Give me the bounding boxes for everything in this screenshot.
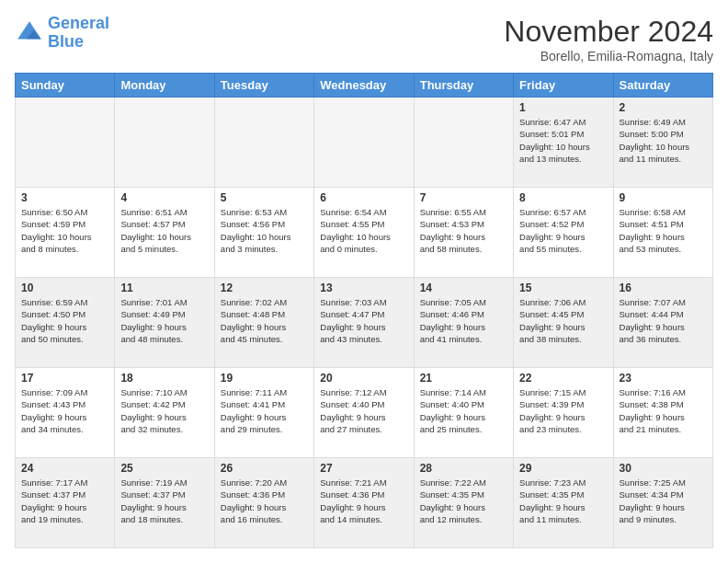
day-info: Sunrise: 7:22 AMSunset: 4:35 PMDaylight:… [420,477,507,525]
day-number: 9 [620,191,707,204]
day-info: Sunrise: 7:03 AMSunset: 4:47 PMDaylight:… [320,296,407,345]
week-row-4: 24Sunrise: 7:17 AMSunset: 4:37 PMDayligh… [16,458,713,548]
day-info: Sunrise: 7:25 AMSunset: 4:34 PMDaylight:… [620,477,707,525]
day-info: Sunrise: 7:01 AMSunset: 4:49 PMDaylight:… [120,296,208,345]
day-number: 3 [21,191,108,204]
day-number: 19 [221,372,308,385]
day-info: Sunrise: 7:07 AMSunset: 4:44 PMDaylight:… [620,296,707,345]
calendar-cell-4-5: 29Sunrise: 7:23 AMSunset: 4:35 PMDayligh… [514,458,613,548]
calendar-cell-3-0: 17Sunrise: 7:09 AMSunset: 4:43 PMDayligh… [16,368,115,458]
calendar-cell-1-2: 5Sunrise: 6:53 AMSunset: 4:56 PMDaylight… [214,188,313,278]
location-subtitle: Borello, Emilia-Romagna, Italy [504,49,713,63]
header-wednesday: Wednesday [314,74,414,98]
day-number: 11 [120,282,208,294]
day-info: Sunrise: 7:10 AMSunset: 4:42 PMDaylight:… [120,386,208,435]
calendar-cell-0-6: 2Sunrise: 6:49 AMSunset: 5:00 PMDaylight… [613,98,712,188]
day-number: 8 [519,191,607,204]
day-info: Sunrise: 7:16 AMSunset: 4:38 PMDaylight:… [620,386,707,435]
calendar-cell-3-2: 19Sunrise: 7:11 AMSunset: 4:41 PMDayligh… [214,368,313,458]
calendar-cell-3-5: 22Sunrise: 7:15 AMSunset: 4:39 PMDayligh… [514,368,613,458]
logo-text: General Blue [48,15,109,52]
header-saturday: Saturday [613,74,712,98]
header-thursday: Thursday [414,74,513,98]
day-number: 10 [21,282,108,294]
day-number: 22 [519,372,607,385]
day-info: Sunrise: 7:23 AMSunset: 4:35 PMDaylight:… [519,477,607,525]
day-number: 24 [21,462,108,475]
day-info: Sunrise: 6:55 AMSunset: 4:53 PMDaylight:… [420,206,507,255]
weekday-header-row: Sunday Monday Tuesday Wednesday Thursday… [16,74,713,98]
day-number: 15 [519,282,607,294]
day-number: 21 [420,372,507,385]
calendar-cell-2-5: 15Sunrise: 7:06 AMSunset: 4:45 PMDayligh… [514,278,613,368]
day-number: 2 [620,101,707,114]
day-number: 12 [221,282,308,294]
day-info: Sunrise: 7:09 AMSunset: 4:43 PMDaylight:… [21,386,108,435]
calendar-cell-0-5: 1Sunrise: 6:47 AMSunset: 5:01 PMDaylight… [514,98,613,188]
header-tuesday: Tuesday [214,74,313,98]
week-row-3: 17Sunrise: 7:09 AMSunset: 4:43 PMDayligh… [16,368,713,458]
day-number: 13 [320,282,407,294]
calendar-cell-2-0: 10Sunrise: 6:59 AMSunset: 4:50 PMDayligh… [16,278,115,368]
header-friday: Friday [514,74,613,98]
calendar-cell-3-3: 20Sunrise: 7:12 AMSunset: 4:40 PMDayligh… [314,368,414,458]
day-number: 14 [420,282,507,294]
day-info: Sunrise: 7:21 AMSunset: 4:36 PMDaylight:… [320,477,407,525]
day-info: Sunrise: 7:20 AMSunset: 4:36 PMDaylight:… [221,477,308,525]
day-number: 4 [120,191,208,204]
calendar-cell-2-1: 11Sunrise: 7:01 AMSunset: 4:49 PMDayligh… [115,278,214,368]
day-number: 1 [519,101,607,114]
calendar-cell-0-4 [414,98,513,188]
title-block: November 2024 Borello, Emilia-Romagna, I… [504,15,713,63]
day-info: Sunrise: 6:57 AMSunset: 4:52 PMDaylight:… [519,206,607,255]
week-row-1: 3Sunrise: 6:50 AMSunset: 4:59 PMDaylight… [16,188,713,278]
calendar-cell-0-2 [214,98,313,188]
day-number: 6 [320,191,407,204]
logo-icon [15,18,44,48]
day-info: Sunrise: 7:19 AMSunset: 4:37 PMDaylight:… [120,477,208,525]
calendar-cell-4-3: 27Sunrise: 7:21 AMSunset: 4:36 PMDayligh… [314,458,414,548]
calendar-cell-3-4: 21Sunrise: 7:14 AMSunset: 4:40 PMDayligh… [414,368,513,458]
day-number: 27 [320,462,407,475]
day-info: Sunrise: 7:02 AMSunset: 4:48 PMDaylight:… [221,296,308,345]
day-info: Sunrise: 6:51 AMSunset: 4:57 PMDaylight:… [120,206,208,255]
calendar-cell-2-4: 14Sunrise: 7:05 AMSunset: 4:46 PMDayligh… [414,278,513,368]
calendar-cell-0-3 [314,98,414,188]
day-info: Sunrise: 7:15 AMSunset: 4:39 PMDaylight:… [519,386,607,435]
logo: General Blue [15,15,109,52]
calendar-cell-1-0: 3Sunrise: 6:50 AMSunset: 4:59 PMDaylight… [16,188,115,278]
calendar-cell-4-1: 25Sunrise: 7:19 AMSunset: 4:37 PMDayligh… [115,458,214,548]
page: General Blue November 2024 Borello, Emil… [0,0,728,563]
day-number: 20 [320,372,407,385]
day-info: Sunrise: 6:58 AMSunset: 4:51 PMDaylight:… [620,206,707,255]
calendar-cell-0-0 [16,98,115,188]
day-number: 23 [620,372,707,385]
day-info: Sunrise: 7:14 AMSunset: 4:40 PMDaylight:… [420,386,507,435]
day-info: Sunrise: 6:50 AMSunset: 4:59 PMDaylight:… [21,206,108,255]
day-info: Sunrise: 6:54 AMSunset: 4:55 PMDaylight:… [320,206,407,255]
month-title: November 2024 [504,15,713,49]
header-sunday: Sunday [16,74,115,98]
day-number: 29 [519,462,607,475]
day-info: Sunrise: 6:49 AMSunset: 5:00 PMDaylight:… [620,116,707,165]
day-info: Sunrise: 6:47 AMSunset: 5:01 PMDaylight:… [519,116,607,165]
calendar-cell-4-4: 28Sunrise: 7:22 AMSunset: 4:35 PMDayligh… [414,458,513,548]
calendar-cell-3-6: 23Sunrise: 7:16 AMSunset: 4:38 PMDayligh… [613,368,712,458]
day-number: 25 [120,462,208,475]
week-row-0: 1Sunrise: 6:47 AMSunset: 5:01 PMDaylight… [16,98,713,188]
calendar-table: Sunday Monday Tuesday Wednesday Thursday… [15,73,713,548]
calendar-cell-2-6: 16Sunrise: 7:07 AMSunset: 4:44 PMDayligh… [613,278,712,368]
week-row-2: 10Sunrise: 6:59 AMSunset: 4:50 PMDayligh… [16,278,713,368]
day-number: 26 [221,462,308,475]
calendar-cell-4-0: 24Sunrise: 7:17 AMSunset: 4:37 PMDayligh… [16,458,115,548]
day-info: Sunrise: 7:06 AMSunset: 4:45 PMDaylight:… [519,296,607,345]
calendar-cell-1-4: 7Sunrise: 6:55 AMSunset: 4:53 PMDaylight… [414,188,513,278]
calendar-cell-2-3: 13Sunrise: 7:03 AMSunset: 4:47 PMDayligh… [314,278,414,368]
calendar-cell-2-2: 12Sunrise: 7:02 AMSunset: 4:48 PMDayligh… [214,278,313,368]
day-info: Sunrise: 6:59 AMSunset: 4:50 PMDaylight:… [21,296,108,345]
calendar-cell-1-3: 6Sunrise: 6:54 AMSunset: 4:55 PMDaylight… [314,188,414,278]
calendar-cell-1-1: 4Sunrise: 6:51 AMSunset: 4:57 PMDaylight… [115,188,214,278]
calendar-cell-4-6: 30Sunrise: 7:25 AMSunset: 4:34 PMDayligh… [613,458,712,548]
day-number: 16 [620,282,707,294]
calendar-cell-4-2: 26Sunrise: 7:20 AMSunset: 4:36 PMDayligh… [214,458,313,548]
